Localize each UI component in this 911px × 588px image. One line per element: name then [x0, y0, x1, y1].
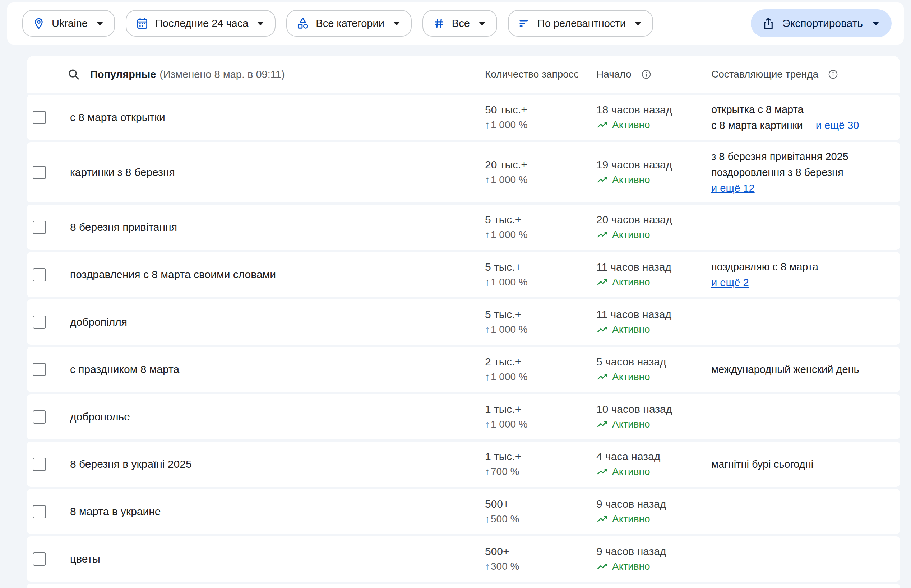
filter-chip-4[interactable]: Все: [422, 10, 497, 37]
row-checkbox[interactable]: [33, 111, 46, 124]
query-cell: 8 march: [70, 584, 485, 588]
row-checkbox[interactable]: [33, 505, 46, 519]
started-time: 11 часов назад: [596, 260, 705, 275]
table-row[interactable]: добропілля5 тыс.+↑1 000 %11 часов назадА…: [27, 299, 900, 345]
filter-chip-2[interactable]: Последние 24 часа: [126, 10, 275, 37]
search-volume: 1 тыс.+: [485, 449, 591, 464]
volume-cell: 500+↑500 %: [485, 489, 596, 534]
trends-table: Популярные(Изменено 8 мар. в 09:11) Коли…: [27, 56, 900, 588]
breakdown-term: с 8 марта картинки: [711, 117, 803, 133]
trend-query: картинки з 8 березня: [70, 165, 479, 179]
row-checkbox[interactable]: [33, 268, 46, 281]
status-label: Активно: [612, 417, 650, 432]
filter-chip-label: Все категории: [316, 18, 384, 29]
breakdown-cell: магнітні бурі сьогодні: [711, 441, 900, 487]
growth-percent: ↑700 %: [485, 464, 591, 479]
column-header-breakdown: Составляющие тренда: [711, 56, 900, 93]
trend-query: доброполье: [70, 410, 479, 424]
filter-chip-3[interactable]: Все категории: [286, 10, 412, 37]
table-row[interactable]: 8 березня привітання5 тыс.+↑1 000 %20 ча…: [27, 205, 900, 250]
more-terms-link[interactable]: и ещё 2: [711, 277, 749, 288]
breakdown-cell: международный женский день: [711, 347, 900, 392]
query-cell: цветы: [70, 536, 485, 582]
volume-cell: 5 тыс.+↑1 000 %: [485, 205, 596, 250]
breakdown-cell: поздравляю с 8 мартаи ещё 2: [711, 252, 900, 297]
start-cell: 9 часов назадАктивно: [596, 489, 711, 534]
chevron-down-icon: [634, 21, 642, 26]
query-cell: картинки з 8 березня: [70, 142, 485, 202]
arrow-up-icon: ↑: [485, 369, 490, 384]
row-checkbox[interactable]: [33, 166, 46, 179]
volume-cell: 5 тыс.+↑1 000 %: [485, 299, 596, 345]
table-row[interactable]: 8 march200+↑600 %2 часа назадАктивно: [27, 584, 900, 588]
row-checkbox[interactable]: [33, 458, 46, 471]
start-cell: 2 часа назадАктивно: [596, 584, 711, 588]
status-badge: Активно: [596, 417, 705, 432]
trending-up-icon: [596, 371, 608, 383]
table-row[interactable]: с праздником 8 марта2 тыс.+↑1 000 %5 час…: [27, 347, 900, 392]
status-label: Активно: [612, 464, 650, 479]
table-row[interactable]: цветы500+↑300 %9 часов назадАктивно: [27, 536, 900, 582]
checkbox-cell: [27, 95, 70, 140]
search-volume: 20 тыс.+: [485, 157, 591, 172]
query-cell: 8 марта в украине: [70, 489, 485, 534]
row-checkbox[interactable]: [33, 315, 46, 329]
breakdown-cell: открытка с 8 мартас 8 марта картинкии ещ…: [711, 95, 900, 140]
status-badge: Активно: [596, 227, 705, 242]
chevron-down-icon: [872, 21, 879, 26]
info-icon[interactable]: [828, 69, 838, 80]
more-terms-link[interactable]: и ещё 30: [816, 117, 859, 133]
started-time: 10 часов назад: [596, 402, 705, 417]
chevron-down-icon: [96, 21, 104, 26]
status-label: Активно: [612, 172, 650, 187]
breakdown-term: з 8 березня привітання 2025: [711, 149, 894, 165]
filter-chip-5[interactable]: По релевантности: [508, 10, 653, 37]
breakdown-cell: [711, 394, 900, 439]
row-checkbox[interactable]: [33, 221, 46, 234]
filter-chip-label: По релевантности: [537, 18, 626, 29]
status-badge: Активно: [596, 117, 705, 132]
search-volume: 500+: [485, 496, 591, 512]
table-row[interactable]: доброполье1 тыс.+↑1 000 %10 часов назадА…: [27, 394, 900, 439]
growth-percent: ↑1 000 %: [485, 275, 591, 290]
breakdown-term: поздоровлення з 8 березня: [711, 165, 894, 180]
query-cell: с праздником 8 марта: [70, 347, 485, 392]
table-row[interactable]: с 8 марта открытки50 тыс.+↑1 000 %18 час…: [27, 95, 900, 140]
arrow-up-icon: ↑: [485, 322, 490, 337]
breakdown-cell: [711, 489, 900, 534]
info-icon[interactable]: [641, 69, 652, 80]
table-row[interactable]: картинки з 8 березня20 тыс.+↑1 000 %19 ч…: [27, 142, 900, 202]
arrow-up-icon: ↑: [485, 559, 490, 574]
checkbox-cell: [27, 394, 70, 439]
volume-cell: 50 тыс.+↑1 000 %: [485, 95, 596, 140]
checkbox-cell: [27, 441, 70, 487]
status-badge: Активно: [596, 322, 705, 337]
filter-chip-1[interactable]: Ukraine: [22, 10, 115, 37]
more-terms-link[interactable]: и ещё 12: [711, 183, 755, 194]
status-label: Активно: [612, 512, 650, 527]
start-cell: 18 часов назадАктивно: [596, 95, 711, 140]
table-row[interactable]: 8 березня в україні 20251 тыс.+↑700 %4 ч…: [27, 441, 900, 487]
status-label: Активно: [612, 117, 650, 132]
arrow-up-icon: ↑: [485, 275, 490, 290]
calendar-icon: [136, 17, 149, 30]
volume-cell: 2 тыс.+↑1 000 %: [485, 347, 596, 392]
status-label: Активно: [612, 322, 650, 337]
chevron-down-icon: [257, 21, 264, 26]
row-checkbox[interactable]: [33, 410, 46, 423]
status-badge: Активно: [596, 559, 705, 574]
row-checkbox[interactable]: [33, 552, 46, 566]
volume-cell: 1 тыс.+↑700 %: [485, 441, 596, 487]
filter-bar: UkraineПоследние 24 часаВсе категорииВсе…: [7, 2, 904, 45]
arrow-up-icon: ↑: [485, 117, 490, 132]
search-icon[interactable]: [67, 68, 80, 81]
row-checkbox[interactable]: [33, 363, 46, 376]
table-row[interactable]: поздравления с 8 марта своими словами5 т…: [27, 252, 900, 297]
started-time: 20 часов назад: [596, 212, 705, 227]
start-cell: 10 часов назадАктивно: [596, 394, 711, 439]
trend-query: цветы: [70, 552, 479, 566]
started-time: 19 часов назад: [596, 157, 705, 172]
checkbox-cell: [27, 347, 70, 392]
export-button[interactable]: Экспортировать: [751, 9, 892, 37]
table-row[interactable]: 8 марта в украине500+↑500 %9 часов назад…: [27, 489, 900, 534]
